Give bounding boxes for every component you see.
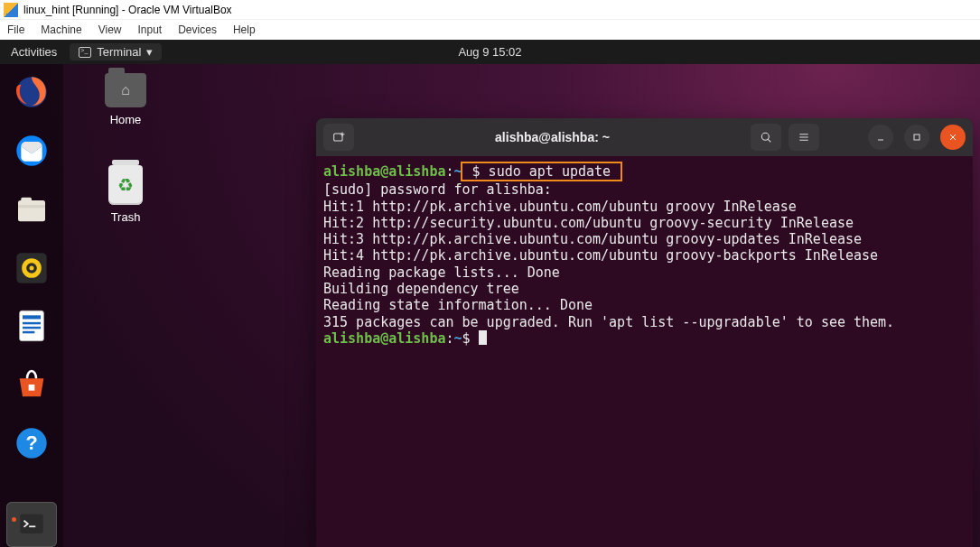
dock-item-files[interactable] <box>12 190 51 228</box>
virtualbox-titlebar[interactable]: linux_hint [Running] - Oracle VM Virtual… <box>0 0 980 20</box>
terminal-line: Building dependency tree <box>323 281 519 297</box>
terminal-body[interactable]: alishba@alishba:~ $ sudo apt update [sud… <box>316 156 973 547</box>
close-button[interactable] <box>940 125 966 150</box>
files-icon <box>14 191 50 227</box>
hamburger-menu-button[interactable] <box>789 124 819 151</box>
thunderbird-icon <box>14 133 50 169</box>
new-tab-button[interactable] <box>323 124 354 151</box>
menu-machine[interactable]: Machine <box>41 23 81 36</box>
dock-item-thunderbird[interactable] <box>12 132 51 171</box>
prompt-path: ~ <box>454 330 462 347</box>
chevron-down-icon: ▾ <box>146 45 153 59</box>
dock: ? <box>0 64 63 547</box>
terminal-line: Hit:2 http://security.ubuntu.com/ubuntu … <box>323 215 854 231</box>
terminal-window[interactable]: alishba@alishba: ~ alishba@alishb <box>316 118 973 547</box>
terminal-titlebar[interactable]: alishba@alishba: ~ <box>316 118 973 156</box>
desktop-icon-trash-label: Trash <box>94 210 157 224</box>
menu-file[interactable]: File <box>7 23 24 36</box>
svg-rect-2 <box>18 200 45 221</box>
desktop-wallpaper: ? ⌂ Home ♻ Trash alishba <box>0 64 980 547</box>
home-icon: ⌂ <box>121 82 130 98</box>
virtualbox-menubar: File Machine View Input Devices Help <box>0 20 980 40</box>
menu-input[interactable]: Input <box>138 23 163 36</box>
help-icon: ? <box>14 425 50 461</box>
search-icon <box>759 130 773 144</box>
dock-item-ubuntu-software[interactable] <box>12 366 51 404</box>
svg-rect-18 <box>29 525 35 527</box>
virtualbox-logo-icon <box>4 3 18 17</box>
firefox-icon <box>14 74 50 110</box>
active-app-menu[interactable]: Terminal ▾ <box>70 43 162 60</box>
ubuntu-software-icon <box>14 366 50 403</box>
dock-item-libreoffice-writer[interactable] <box>12 307 51 346</box>
terminal-line: 315 packages can be upgraded. Run 'apt l… <box>323 314 894 330</box>
desktop-icon-home-label: Home <box>94 113 157 126</box>
svg-rect-21 <box>914 134 919 140</box>
dock-item-terminal-running[interactable] <box>6 502 57 547</box>
terminal-title: alishba@alishba: ~ <box>361 130 743 144</box>
dock-item-help[interactable]: ? <box>12 423 51 462</box>
svg-rect-4 <box>21 197 32 201</box>
terminal-icon <box>16 509 47 540</box>
svg-point-20 <box>761 133 769 140</box>
maximize-button[interactable] <box>904 125 929 150</box>
minimize-icon <box>875 132 886 143</box>
highlighted-command: $ sudo apt update <box>461 162 623 181</box>
svg-rect-17 <box>20 515 43 533</box>
terminal-line: Hit:4 http://pk.archive.ubuntu.com/ubunt… <box>323 247 878 264</box>
recycle-icon: ♻ <box>117 174 134 196</box>
terminal-line: Hit:1 http://pk.archive.ubuntu.com/ubunt… <box>323 199 797 215</box>
guest-desktop: Activities Terminal ▾ Aug 9 15:02 <box>0 40 980 547</box>
terminal-line: Reading state information... Done <box>323 297 593 313</box>
activities-button[interactable]: Activities <box>11 45 57 59</box>
dock-item-firefox[interactable] <box>12 73 51 112</box>
maximize-icon <box>911 132 922 143</box>
menu-devices[interactable]: Devices <box>178 23 217 36</box>
prompt-user-host: alishba@alishba <box>323 163 445 180</box>
search-button[interactable] <box>751 124 781 151</box>
prompt-user-host: alishba@alishba <box>323 330 445 347</box>
close-icon <box>947 132 958 143</box>
active-app-label: Terminal <box>97 45 141 59</box>
gnome-topbar: Activities Terminal ▾ Aug 9 15:02 <box>0 40 980 64</box>
terminal-icon <box>79 47 91 58</box>
svg-rect-3 <box>18 205 45 208</box>
menu-view[interactable]: View <box>98 23 122 36</box>
menu-help[interactable]: Help <box>233 23 256 36</box>
terminal-line: Hit:3 http://pk.archive.ubuntu.com/ubunt… <box>323 231 862 247</box>
virtualbox-window-title: linux_hint [Running] - Oracle VM Virtual… <box>23 4 232 16</box>
hamburger-icon <box>797 130 811 144</box>
topbar-clock[interactable]: Aug 9 15:02 <box>458 45 521 59</box>
terminal-cursor <box>479 330 487 345</box>
svg-rect-14 <box>29 385 35 391</box>
minimize-button[interactable] <box>868 125 893 150</box>
libreoffice-writer-icon <box>14 308 50 344</box>
terminal-line: Reading package lists... Done <box>323 264 560 281</box>
running-indicator-dot <box>12 517 16 522</box>
prompt-sigil: $ <box>462 330 471 347</box>
terminal-line: [sudo] password for alishba: <box>323 181 552 198</box>
svg-rect-10 <box>23 316 41 320</box>
svg-rect-12 <box>23 327 41 329</box>
desktop-icon-home[interactable]: ⌂ Home <box>94 73 157 126</box>
svg-rect-13 <box>23 331 34 334</box>
svg-rect-11 <box>23 322 41 325</box>
svg-text:?: ? <box>25 431 37 453</box>
rhythmbox-icon <box>14 250 50 286</box>
svg-point-8 <box>30 265 34 270</box>
dock-item-rhythmbox[interactable] <box>12 248 51 287</box>
desktop-icon-trash[interactable]: ♻ Trash <box>94 165 157 224</box>
new-tab-icon <box>331 130 346 144</box>
